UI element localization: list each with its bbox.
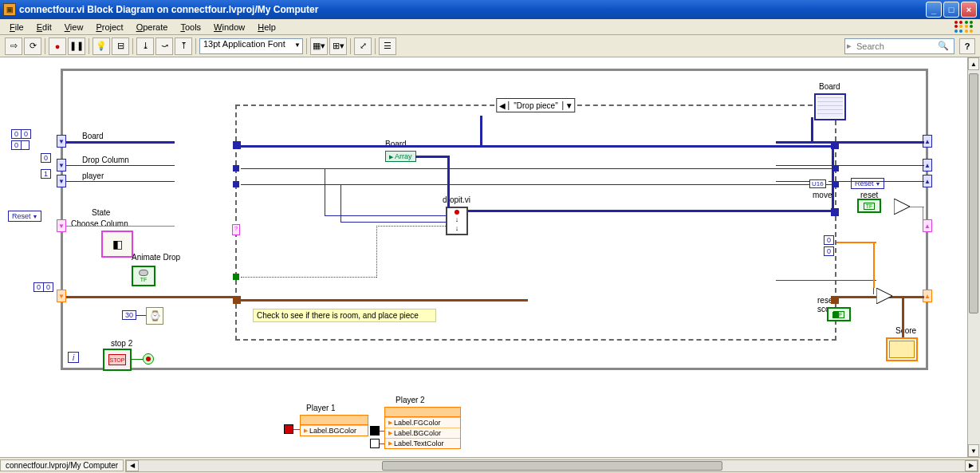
case-tunnel-out[interactable] bbox=[831, 208, 839, 216]
player1-color-constant[interactable] bbox=[284, 424, 293, 434]
shift-register-state-left[interactable]: ▼ bbox=[57, 219, 66, 232]
step-over-button[interactable]: ⤻ bbox=[155, 37, 173, 55]
step-into-button[interactable]: ⤓ bbox=[136, 37, 154, 55]
state-ring-constant[interactable]: Reset bbox=[8, 211, 41, 222]
case-tunnel[interactable] bbox=[233, 274, 239, 280]
wait-ms-constant[interactable]: 30 bbox=[122, 310, 136, 320]
while-loop[interactable]: ▼ ▼ ▼ ▼ ▼ ▲ ▲ ▲ ▲ ▲ Board Drop Column pl… bbox=[61, 69, 928, 370]
scroll-right-button[interactable]: ▶ bbox=[965, 460, 978, 471]
case-tunnel[interactable] bbox=[233, 296, 241, 304]
player2-property-node[interactable]: Label.FGColor Label.BGColor Label.TextCo… bbox=[384, 407, 461, 449]
search-icon[interactable]: 🔍 bbox=[933, 41, 954, 51]
case-tunnel-out[interactable] bbox=[831, 296, 839, 304]
retain-wire-button[interactable]: ⊟ bbox=[112, 37, 129, 55]
score-zero-constant-2[interactable]: 0 bbox=[824, 246, 834, 256]
array-local-variable[interactable]: Array bbox=[385, 151, 416, 162]
pause-button[interactable]: ❚❚ bbox=[68, 37, 85, 55]
shift-register-board-left[interactable]: ▼ bbox=[57, 135, 66, 148]
stop-button-control[interactable]: STOP bbox=[103, 349, 132, 371]
case-tunnel[interactable] bbox=[233, 141, 241, 149]
abort-button[interactable]: ● bbox=[49, 37, 66, 55]
menu-window[interactable]: Window bbox=[207, 21, 251, 34]
board-array-constant-2[interactable]: 0 bbox=[11, 140, 30, 150]
horizontal-scrollbar[interactable]: ◀ ▶ bbox=[125, 459, 978, 472]
case-dropdown-button[interactable]: ▼ bbox=[564, 101, 575, 110]
shift-register-dropcol-left[interactable]: ▼ bbox=[57, 159, 66, 171]
score-indicator[interactable] bbox=[886, 337, 918, 361]
reset-scores-control[interactable]: TF bbox=[827, 307, 851, 321]
choose-column-subvi[interactable]: ◧ bbox=[101, 231, 133, 258]
resize-button[interactable]: ⤢ bbox=[354, 37, 372, 55]
player2-color-white[interactable] bbox=[370, 439, 380, 448]
menu-file[interactable]: File bbox=[3, 21, 30, 34]
run-continuous-button[interactable]: ⟳ bbox=[24, 37, 41, 55]
player1-property-node[interactable]: Label.BGColor bbox=[300, 415, 368, 436]
wire bbox=[241, 277, 376, 278]
statusbar: connectfour.lvproj/My Computer ◀ ▶ bbox=[0, 457, 980, 473]
font-selector[interactable]: 13pt Application Font bbox=[199, 38, 303, 54]
search-input[interactable] bbox=[853, 41, 933, 51]
drop-column-constant[interactable]: 0 bbox=[41, 153, 51, 163]
reset-ring-2[interactable]: Reset bbox=[851, 178, 884, 189]
scroll-thumb-h[interactable] bbox=[382, 461, 722, 471]
menu-edit[interactable]: Edit bbox=[30, 21, 58, 34]
cluster-icon bbox=[889, 341, 915, 358]
board-array-constant[interactable]: 0 0 bbox=[11, 129, 31, 139]
shift-register-score-left[interactable]: ▼ bbox=[57, 290, 66, 302]
case-tunnel[interactable] bbox=[233, 181, 239, 187]
scroll-down-button[interactable]: ▼ bbox=[968, 444, 979, 457]
prop-row-bgcolor[interactable]: Label.BGColor bbox=[301, 425, 368, 436]
menu-tools[interactable]: Tools bbox=[174, 21, 207, 34]
menu-operate[interactable]: Operate bbox=[130, 21, 175, 34]
board-indicator[interactable] bbox=[814, 93, 846, 120]
case-tunnel-out[interactable] bbox=[832, 312, 839, 318]
wait-ms-function[interactable]: ⌚ bbox=[146, 307, 163, 325]
align-button[interactable]: ▦▾ bbox=[310, 37, 328, 55]
case-prev-button[interactable]: ◀ bbox=[497, 101, 508, 110]
player2-color-black[interactable] bbox=[370, 426, 380, 436]
shift-register-player-left[interactable]: ▼ bbox=[57, 175, 66, 187]
reset-control[interactable]: TF bbox=[857, 199, 881, 213]
animate-drop-control[interactable]: TF bbox=[132, 266, 155, 286]
loop-condition-terminal[interactable] bbox=[143, 353, 154, 365]
reorder-button[interactable]: ☰ bbox=[379, 37, 396, 55]
score-zero-constant[interactable]: 0 bbox=[824, 235, 834, 245]
menu-help[interactable]: Help bbox=[251, 21, 282, 34]
score-array-constant[interactable]: 0 0 bbox=[33, 282, 53, 292]
case-structure[interactable]: ◀ "Drop piece" ▼ ? Board Array dropit.vi bbox=[235, 104, 836, 341]
run-button[interactable]: ⇨ bbox=[5, 37, 22, 55]
scroll-left-button[interactable]: ◀ bbox=[126, 460, 139, 471]
context-help-button[interactable]: ? bbox=[959, 38, 975, 54]
prop-row-textcolor[interactable]: Label.TextColor bbox=[385, 438, 460, 448]
loop-iteration-terminal[interactable]: i bbox=[68, 352, 79, 363]
wire bbox=[776, 280, 876, 281]
close-button[interactable]: × bbox=[961, 2, 977, 18]
minimize-button[interactable]: _ bbox=[926, 2, 942, 18]
distribute-button[interactable]: ⊞▾ bbox=[329, 37, 347, 55]
dropit-subvi[interactable]: ↓ ↓ bbox=[446, 207, 468, 235]
block-diagram-canvas[interactable]: 0 0 0 0 1 Reset 0 0 ▼ ▼ ▼ ▼ ▼ ▲ ▲ ▲ ▲ ▲ bbox=[0, 57, 980, 457]
vi-icon[interactable] bbox=[954, 21, 974, 34]
select-function-2[interactable] bbox=[876, 288, 892, 304]
u16-typecast[interactable]: U16 bbox=[809, 179, 826, 188]
step-out-button[interactable]: ⤒ bbox=[175, 37, 192, 55]
menu-view[interactable]: View bbox=[58, 21, 90, 34]
shift-register-state-right[interactable]: ▲ bbox=[923, 219, 932, 232]
subvi-icon: ◧ bbox=[112, 238, 123, 250]
case-selector-terminal[interactable]: ? bbox=[232, 224, 240, 235]
menu-project[interactable]: Project bbox=[89, 21, 129, 34]
wire bbox=[325, 168, 325, 216]
case-tunnel-out[interactable] bbox=[832, 165, 839, 171]
vertical-scrollbar[interactable]: ▲ ▼ bbox=[967, 57, 980, 457]
maximize-button[interactable]: □ bbox=[943, 2, 959, 18]
highlight-button[interactable]: 💡 bbox=[92, 37, 110, 55]
case-tunnel[interactable] bbox=[233, 165, 239, 171]
prop-row-fgcolor[interactable]: Label.FGColor bbox=[385, 417, 460, 428]
comment-block[interactable]: Check to see if there is room, and place… bbox=[253, 309, 436, 322]
case-tunnel-out[interactable] bbox=[832, 181, 839, 187]
scroll-thumb[interactable] bbox=[969, 73, 978, 313]
scroll-up-button[interactable]: ▲ bbox=[968, 57, 979, 70]
prop-row-bgcolor[interactable]: Label.BGColor bbox=[385, 428, 460, 438]
player-constant[interactable]: 1 bbox=[41, 169, 51, 179]
select-function-1[interactable] bbox=[894, 199, 910, 215]
